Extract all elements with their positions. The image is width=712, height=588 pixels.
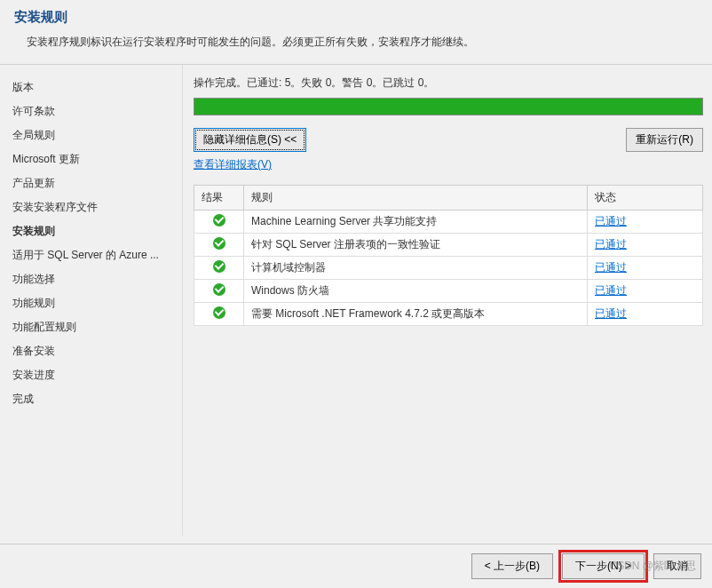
sidebar-item-azure[interactable]: 适用于 SQL Server 的 Azure ... <box>9 243 173 267</box>
sidebar-item-microsoft-update[interactable]: Microsoft 更新 <box>9 147 173 171</box>
rerun-button[interactable]: 重新运行(R) <box>626 128 703 152</box>
col-header-rule[interactable]: 规则 <box>244 186 588 211</box>
col-header-status[interactable]: 状态 <box>588 186 703 211</box>
col-header-result[interactable]: 结果 <box>194 186 244 211</box>
page-title: 安装规则 <box>14 9 698 26</box>
next-highlight: 下一步(N) > <box>558 550 648 583</box>
table-row: Windows 防火墙 已通过 <box>194 280 703 303</box>
next-button[interactable]: 下一步(N) > <box>562 553 645 579</box>
progress-bar <box>194 98 703 115</box>
sidebar-item-license[interactable]: 许可条款 <box>9 99 173 123</box>
rule-cell: 需要 Microsoft .NET Framework 4.7.2 或更高版本 <box>244 303 588 326</box>
sidebar-item-install-progress[interactable]: 安装进度 <box>9 363 173 387</box>
body: 版本 许可条款 全局规则 Microsoft 更新 产品更新 安装安装程序文件 … <box>0 65 712 536</box>
sidebar-item-product-updates[interactable]: 产品更新 <box>9 171 173 195</box>
rule-cell: Machine Learning Server 共享功能支持 <box>244 211 588 234</box>
button-row: 隐藏详细信息(S) << 重新运行(R) <box>194 128 703 152</box>
sidebar-item-ready-install[interactable]: 准备安装 <box>9 339 173 363</box>
table-row: Machine Learning Server 共享功能支持 已通过 <box>194 211 703 234</box>
sidebar-item-feature-rules[interactable]: 功能规则 <box>9 291 173 315</box>
result-cell <box>194 303 244 326</box>
result-cell <box>194 234 244 257</box>
check-icon <box>213 283 225 296</box>
footer: < 上一步(B) 下一步(N) > 取消 <box>0 544 712 588</box>
sidebar-item-global-rules[interactable]: 全局规则 <box>9 123 173 147</box>
sidebar-item-install-setup-files[interactable]: 安装安装程序文件 <box>9 195 173 219</box>
status-link[interactable]: 已通过 <box>595 238 627 250</box>
sidebar-item-version[interactable]: 版本 <box>9 75 173 99</box>
status-link[interactable]: 已通过 <box>595 307 627 320</box>
result-cell <box>194 257 244 280</box>
table-row: 计算机域控制器 已通过 <box>194 257 703 280</box>
view-report-link[interactable]: 查看详细报表(V) <box>194 157 272 172</box>
main-panel: 操作完成。已通过: 5。失败 0。警告 0。已跳过 0。 隐藏详细信息(S) <… <box>183 65 712 536</box>
rule-cell: 计算机域控制器 <box>244 257 588 280</box>
rule-cell: 针对 SQL Server 注册表项的一致性验证 <box>244 234 588 257</box>
check-icon <box>213 260 225 273</box>
cancel-button[interactable]: 取消 <box>653 553 701 579</box>
result-cell <box>194 280 244 303</box>
sidebar-item-feature-selection[interactable]: 功能选择 <box>9 267 173 291</box>
status-link[interactable]: 已通过 <box>595 261 627 274</box>
sidebar-item-install-rules[interactable]: 安装规则 <box>9 219 173 243</box>
page-subtitle: 安装程序规则标识在运行安装程序时可能发生的问题。必须更正所有失败，安装程序才能继… <box>14 35 698 50</box>
hide-details-button[interactable]: 隐藏详细信息(S) << <box>194 128 306 152</box>
sidebar-item-feature-config-rules[interactable]: 功能配置规则 <box>9 315 173 339</box>
header: 安装规则 安装程序规则标识在运行安装程序时可能发生的问题。必须更正所有失败，安装… <box>0 0 712 65</box>
status-link[interactable]: 已通过 <box>595 284 627 297</box>
check-icon <box>213 237 225 250</box>
rule-cell: Windows 防火墙 <box>244 280 588 303</box>
back-button[interactable]: < 上一步(B) <box>471 553 553 579</box>
sidebar: 版本 许可条款 全局规则 Microsoft 更新 产品更新 安装安装程序文件 … <box>0 65 183 536</box>
status-text: 操作完成。已通过: 5。失败 0。警告 0。已跳过 0。 <box>194 75 703 91</box>
result-cell <box>194 211 244 234</box>
check-icon <box>213 214 225 226</box>
sidebar-item-complete[interactable]: 完成 <box>9 387 173 411</box>
table-row: 针对 SQL Server 注册表项的一致性验证 已通过 <box>194 234 703 257</box>
status-link[interactable]: 已通过 <box>595 215 627 227</box>
rules-table: 结果 规则 状态 Machine Learning Server 共享功能支持 … <box>194 185 703 326</box>
check-icon <box>213 306 225 319</box>
table-row: 需要 Microsoft .NET Framework 4.7.2 或更高版本 … <box>194 303 703 326</box>
